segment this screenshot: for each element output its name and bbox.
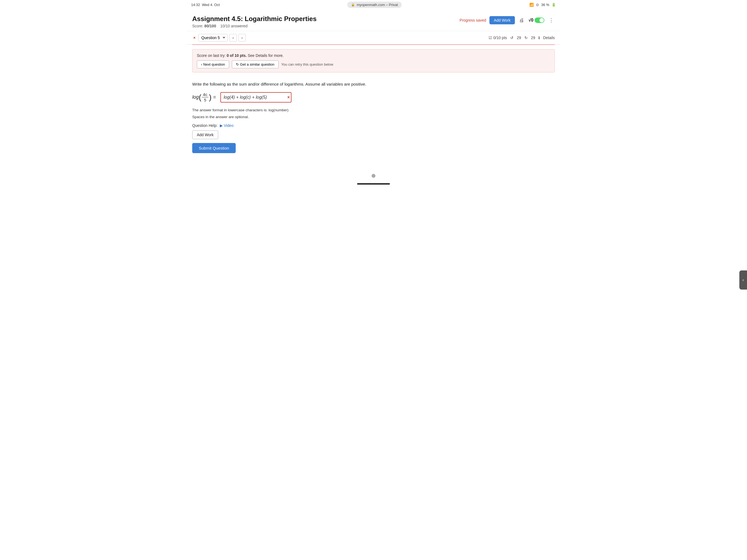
main-content: Write the following as the sum and/or di… [187, 77, 560, 157]
status-date: Wed 4. Oct [202, 3, 220, 7]
alert-details-text: See Details for more. [248, 53, 284, 58]
scroll-dot [371, 174, 376, 178]
battery-icon: ⊙ [536, 3, 539, 7]
score-line: Score: 80/100 10/10 answered [192, 24, 317, 28]
page-header: Assignment 4.5: Logarithmic Properties S… [187, 9, 560, 31]
retry-text: You can retry this question below [281, 62, 333, 67]
undo-icon[interactable]: ↺ [510, 35, 514, 40]
next-question-button[interactable]: › [238, 34, 246, 42]
alert-score-prefix: Score on last try: [197, 53, 226, 58]
log-prefix: log [192, 94, 199, 100]
status-bar: 14:32 Wed 4. Oct 🔒 myopenmath.com – Priv… [187, 0, 560, 9]
pts-value: 0/10 pts [493, 35, 507, 40]
print-button[interactable]: 🖨 [518, 17, 525, 24]
score-value: 80/100 [204, 24, 216, 28]
format-hint-2: Spaces in the answer are optional. [192, 114, 555, 120]
video-link[interactable]: ▶ Video [220, 123, 234, 128]
question-dropdown[interactable]: Question 5 [198, 34, 228, 42]
status-time: 14:32 [191, 3, 200, 7]
open-paren: ( [199, 94, 201, 101]
nav-right: ☑ 0/10 pts ↺ 29 ↻ 29 ℹ Details [489, 35, 555, 40]
status-right: 📶 ⊙ 36 % 🔋 [530, 3, 556, 7]
submit-question-button[interactable]: Submit Question [192, 143, 236, 153]
alert-score-line: Score on last try: 0 of 10 pts. See Deta… [197, 53, 550, 58]
fraction: 4c 5 [202, 92, 208, 103]
more-options-button[interactable]: ⋮ [548, 16, 555, 24]
lock-icon: 🔒 [351, 3, 355, 6]
refresh-icon: ↻ [236, 62, 239, 67]
battery-bar-icon: 🔋 [551, 3, 556, 7]
sqrt-label: √0 [529, 18, 534, 23]
format-hint-1: The answer format in lowercase character… [192, 107, 555, 113]
checkbox-icon: ☑ [489, 35, 492, 40]
chevron-right-icon: › [201, 62, 202, 67]
alert-actions: › Next question ↻ Get a similar question… [197, 60, 550, 68]
question-help: Question Help: ▶ Video [192, 123, 555, 128]
next-question-label: Next question [203, 62, 225, 67]
page-title: Assignment 4.5: Logarithmic Properties [192, 15, 317, 23]
equals-sign: = [213, 94, 216, 100]
pts-badge: ☑ 0/10 pts [489, 35, 507, 40]
answer-input[interactable] [221, 92, 291, 103]
url-bar[interactable]: 🔒 myopenmath.com – Privat [347, 2, 402, 8]
close-question-button[interactable]: × [192, 35, 197, 40]
answered-label: 10/10 answered [221, 24, 248, 28]
close-paren: ) [209, 94, 211, 101]
question-nav-bar: × Question 5 ‹ › ☑ 0/10 pts ↺ 29 ↻ 29 ℹ … [187, 31, 560, 45]
url-text: myopenmath.com – Privat [357, 3, 398, 7]
redo-icon[interactable]: ↻ [524, 35, 528, 40]
video-label: Video [224, 123, 234, 128]
add-work-small-button[interactable]: Add Work [192, 130, 218, 139]
add-work-header-button[interactable]: Add Work [489, 16, 515, 24]
redo-count: 29 [531, 35, 535, 40]
wifi-icon: 📶 [530, 3, 534, 7]
header-left: Assignment 4.5: Logarithmic Properties S… [192, 15, 317, 28]
undo-count: 29 [517, 35, 521, 40]
question-selector: × Question 5 ‹ › [192, 34, 246, 42]
score-label: Score: [192, 24, 203, 28]
home-indicator [357, 183, 390, 184]
answer-input-wrapper: × [221, 92, 291, 103]
divider-line [192, 45, 555, 45]
details-link[interactable]: Details [543, 35, 555, 40]
progress-saved-text: Progress saved [460, 18, 486, 22]
similar-question-button[interactable]: ↻ Get a similar question [232, 60, 279, 68]
info-icon: ℹ [538, 35, 540, 40]
alert-score-value: 0 of 10 pts. [227, 53, 247, 58]
question-instruction: Write the following as the sum and/or di… [192, 81, 555, 87]
similar-question-label: Get a similar question [240, 62, 275, 67]
alert-box: Score on last try: 0 of 10 pts. See Deta… [192, 49, 555, 73]
video-icon: ▶ [220, 123, 223, 128]
header-right: Progress saved Add Work 🖨 √0 ⋮ [460, 16, 555, 24]
status-time-date: 14:32 Wed 4. Oct [191, 3, 220, 7]
fraction-denominator: 5 [203, 97, 207, 103]
sqrt-toggle: √0 [529, 18, 544, 23]
prev-question-button[interactable]: ‹ [229, 34, 237, 42]
battery-level: 36 % [541, 3, 549, 7]
question-help-label: Question Help: [192, 123, 217, 128]
input-clear-button[interactable]: × [287, 95, 290, 100]
math-expression: log ( 4c 5 ) = [192, 92, 217, 103]
fraction-numerator: 4c [202, 92, 208, 98]
sqrt-toggle-switch[interactable] [535, 18, 544, 23]
next-question-button[interactable]: › Next question [197, 60, 229, 68]
math-row: log ( 4c 5 ) = × [192, 92, 555, 103]
